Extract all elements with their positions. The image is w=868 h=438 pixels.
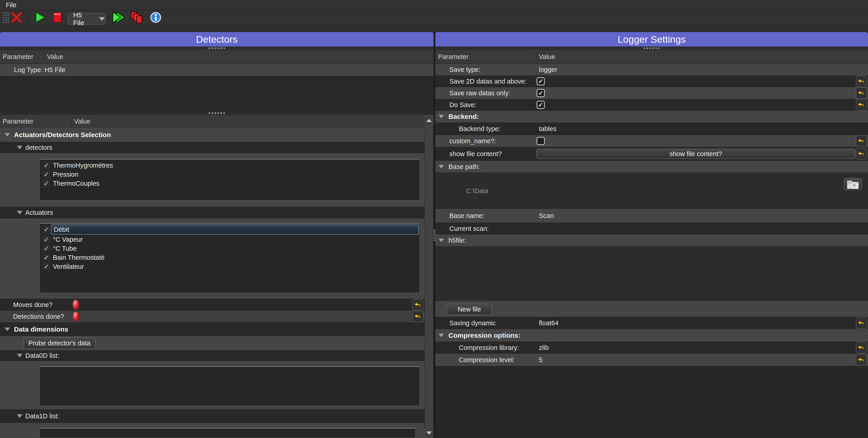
double-play-icon	[112, 11, 126, 25]
run-all-button[interactable]	[112, 11, 127, 24]
inner-splitter-handle[interactable]	[209, 112, 225, 114]
detectors-listbox[interactable]: ✓ ThermoHygromètres ✓ Pression ✓ ThermoC…	[39, 159, 420, 200]
save-2d-checkbox[interactable]: ✓	[537, 77, 545, 86]
detectors-panel-header: Detectors	[0, 32, 434, 46]
list-item[interactable]: ✓ ThermoHygromètres	[40, 161, 420, 170]
browse-folder-button[interactable]	[844, 178, 862, 190]
column-divider[interactable]	[44, 51, 44, 62]
save-raw-row: Save raw datas only: ✓	[435, 87, 868, 99]
save-raw-checkbox[interactable]: ✓	[537, 89, 545, 97]
check-icon[interactable]: ✓	[42, 226, 50, 233]
column-divider[interactable]	[536, 51, 537, 62]
inner-splitter[interactable]	[0, 111, 434, 115]
do-save-row: Do Save: ✓	[435, 99, 868, 111]
reset-button[interactable]	[856, 87, 867, 99]
h5-saver-combo-value: H5 File	[68, 11, 93, 27]
collapse-arrow-icon[interactable]	[438, 165, 444, 169]
data1d-row[interactable]: Data1D list:	[0, 409, 425, 423]
collapse-arrow-icon[interactable]	[4, 133, 10, 137]
collapse-arrow-icon[interactable]	[438, 334, 444, 337]
scrollbar-thumb[interactable]	[425, 126, 433, 427]
reset-button[interactable]	[412, 311, 424, 322]
list-item[interactable]: ✓ Bain Thermostaté	[40, 253, 420, 262]
collapse-arrow-icon[interactable]	[17, 146, 22, 149]
compression-level-value[interactable]: 5	[539, 356, 542, 364]
detectors-subgroup-label: detectors	[25, 144, 52, 151]
clear-button[interactable]	[10, 11, 23, 24]
reset-button[interactable]	[856, 317, 867, 329]
group-backend[interactable]: Backend:	[435, 111, 868, 123]
probe-detector-data-button[interactable]: Probe detector's data	[24, 337, 95, 349]
toolbar-drag-handle-icon[interactable]	[3, 13, 9, 23]
list-item-selected[interactable]: ✓ Débit	[40, 224, 420, 235]
group-actuators-detectors-selection[interactable]: Actuators/Detectors Selection	[0, 128, 425, 142]
detectors-subgroup-row[interactable]: detectors	[0, 142, 425, 153]
base-path-value[interactable]: C:\Data	[466, 187, 488, 195]
check-icon[interactable]: ✓	[42, 171, 50, 178]
save-2d-row: Save 2D datas and above: ✓	[435, 75, 868, 87]
do-save-checkbox[interactable]: ✓	[537, 101, 545, 109]
group-h5file[interactable]: h5file:	[435, 234, 868, 246]
save-type-value[interactable]: logger	[539, 66, 557, 73]
reset-button[interactable]	[856, 148, 867, 160]
list-item[interactable]: ✓ Pression	[40, 170, 420, 179]
collapse-arrow-icon[interactable]	[17, 414, 22, 418]
base-name-value[interactable]: Scan	[539, 212, 554, 220]
scrollbar-up-button[interactable]	[425, 115, 434, 126]
list-item[interactable]: ✓ °C Tube	[40, 244, 420, 253]
backend-type-value[interactable]: tables	[539, 125, 556, 133]
saving-dynamic-value[interactable]: float64	[539, 319, 559, 327]
data1d-listbox[interactable]	[39, 428, 415, 438]
actuators-listbox[interactable]: ✓ Débit ✓ °C Vapeur ✓ °C Tube ✓ Bain The…	[39, 223, 420, 293]
saving-dynamic-row: Saving dynamic float64	[435, 317, 868, 329]
group-compression-options[interactable]: Compression options:	[435, 329, 868, 341]
check-icon[interactable]: ✓	[42, 254, 50, 261]
new-file-button-label: New file	[458, 306, 481, 313]
group-data-dimensions[interactable]: Data dimensions	[0, 322, 425, 336]
collapse-arrow-icon[interactable]	[17, 354, 22, 357]
compression-library-value[interactable]: zlib	[539, 344, 549, 351]
reset-button[interactable]	[856, 75, 867, 87]
list-item[interactable]: ✓ °C Vapeur	[40, 235, 420, 244]
horizontal-splitter-handle[interactable]	[644, 47, 660, 49]
data0d-listbox[interactable]	[39, 366, 420, 406]
new-file-band: New file	[435, 301, 868, 317]
group-label: h5file:	[448, 237, 466, 244]
run-button[interactable]	[33, 11, 46, 24]
list-item[interactable]: ✓ ThermoCouples	[40, 179, 420, 188]
horizontal-splitter-handle[interactable]	[209, 47, 225, 49]
check-icon[interactable]: ✓	[42, 263, 50, 270]
data0d-row[interactable]: Data0D list:	[0, 350, 425, 361]
reset-button[interactable]	[856, 354, 867, 366]
show-file-content-button[interactable]: show file content?	[536, 148, 855, 159]
check-icon[interactable]: ✓	[42, 236, 50, 243]
collapse-arrow-icon[interactable]	[4, 328, 10, 331]
reset-button[interactable]	[856, 342, 867, 353]
stop-button[interactable]	[51, 12, 63, 24]
group-base-path[interactable]: Base path:	[435, 161, 868, 172]
collapse-arrow-icon[interactable]	[438, 115, 444, 119]
reset-button[interactable]	[412, 299, 424, 311]
h5-saver-combobox[interactable]: H5 File	[68, 13, 105, 25]
quit-button[interactable]	[130, 11, 144, 24]
custom-name-checkbox[interactable]	[537, 137, 545, 145]
info-button[interactable]	[150, 12, 162, 24]
save-2d-label: Save 2D datas and above:	[450, 78, 527, 85]
actuators-subgroup-row[interactable]: Actuators	[0, 207, 425, 218]
log-type-row: Log Type: H5 File	[0, 64, 434, 76]
log-type-text: Log Type: H5 File	[14, 66, 65, 74]
undo-arrow-icon	[857, 77, 866, 86]
reset-button[interactable]	[856, 99, 867, 111]
reset-button[interactable]	[856, 135, 867, 147]
toolbar: H5 File	[0, 10, 868, 25]
new-file-button[interactable]: New file	[446, 304, 492, 315]
check-icon[interactable]: ✓	[42, 245, 50, 252]
scrollbar-down-button[interactable]	[425, 428, 434, 438]
check-icon[interactable]: ✓	[42, 179, 50, 187]
menu-file[interactable]: File	[0, 1, 17, 9]
list-item[interactable]: ✓ Ventilateur	[40, 262, 420, 271]
collapse-arrow-icon[interactable]	[438, 239, 444, 242]
column-divider[interactable]	[71, 116, 72, 127]
check-icon[interactable]: ✓	[42, 162, 50, 169]
collapse-arrow-icon[interactable]	[17, 211, 22, 214]
